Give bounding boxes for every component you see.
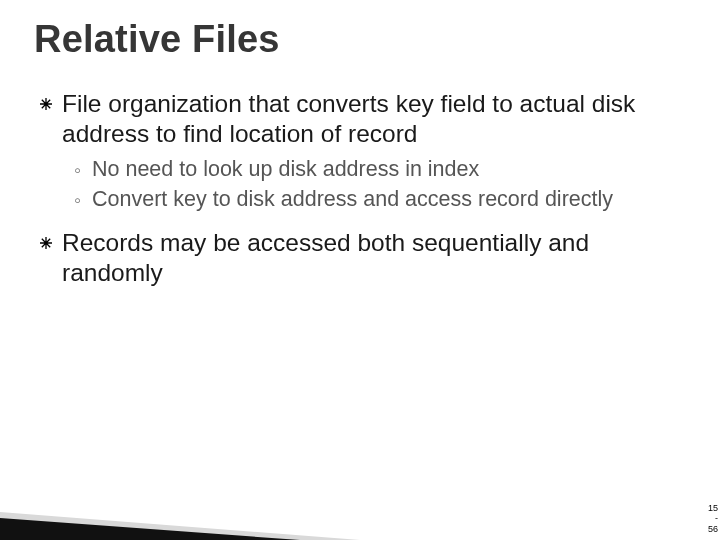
sub-bullet-icon: ◦ [74, 156, 92, 184]
page-number: 15 - 56 [708, 503, 718, 534]
sub-bullet-item: ◦ Convert key to disk address and access… [74, 186, 690, 214]
bullet-icon [40, 228, 62, 249]
sub-list: ◦ No need to look up disk address in ind… [74, 156, 690, 214]
bullet-text: Records may be accessed both sequentiall… [62, 228, 690, 289]
decorative-wedge-dark [0, 518, 300, 540]
page-number-mid: - [708, 513, 718, 523]
bullet-icon [40, 89, 62, 110]
bullet-item: Records may be accessed both sequentiall… [40, 228, 690, 289]
page-number-top: 15 [708, 503, 718, 513]
bullet-text: File organization that converts key fiel… [62, 89, 690, 150]
bullet-item: File organization that converts key fiel… [40, 89, 690, 150]
sub-bullet-item: ◦ No need to look up disk address in ind… [74, 156, 690, 184]
sub-bullet-text: No need to look up disk address in index [92, 156, 479, 183]
sub-bullet-text: Convert key to disk address and access r… [92, 186, 613, 213]
slide: Relative Files File organization that co… [0, 0, 720, 540]
slide-content: File organization that converts key fiel… [34, 89, 690, 289]
slide-title: Relative Files [34, 18, 690, 61]
sub-bullet-icon: ◦ [74, 186, 92, 214]
page-number-bot: 56 [708, 524, 718, 534]
decorative-wedge-light [0, 512, 360, 540]
